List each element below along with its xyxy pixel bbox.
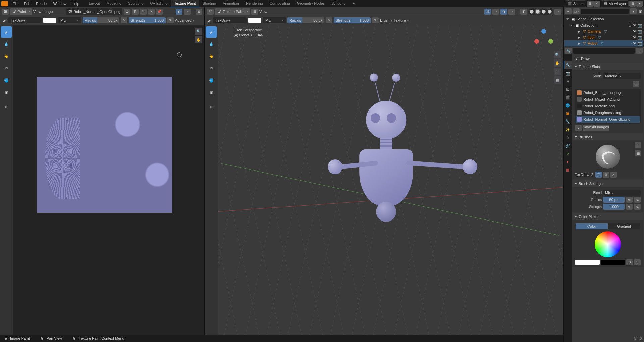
strength-slider[interactable]: Strength 1.000 — [334, 17, 371, 23]
menu-edit[interactable]: Edit — [21, 0, 33, 7]
radius-pressure-icon[interactable]: ✎ — [326, 17, 332, 23]
radius-slider[interactable]: Radius 50 px — [83, 17, 119, 23]
fake-user-icon[interactable]: 🗄 — [132, 9, 139, 15]
ptab-texture[interactable]: ▦ — [564, 166, 572, 174]
brush-texture-icon[interactable]: ▦ — [635, 150, 641, 156]
tool-smear[interactable]: 👆 — [1, 50, 12, 62]
radius-input[interactable]: 50 px — [603, 197, 625, 203]
ptab-tool[interactable]: 🔧 — [564, 61, 572, 69]
image-name-field[interactable]: 🖼Robot_Normal_OpenGL.png — [66, 8, 122, 15]
scene-close-icon[interactable]: ✕ — [593, 1, 600, 7]
ptab-constraints[interactable]: 🔗 — [564, 142, 572, 150]
radius-slider[interactable]: Radius 50 px — [287, 17, 324, 23]
tab-layout[interactable]: Layout — [86, 0, 103, 7]
tab-modeling[interactable]: Modeling — [103, 0, 125, 7]
blend-mode-dropdown[interactable]: Mix — [263, 17, 286, 23]
checkbox-icon[interactable]: ☑ — [628, 23, 632, 28]
brush-color-swatch[interactable] — [248, 18, 261, 23]
viewlayer-selector[interactable]: ▤ViewLayer — [601, 0, 629, 7]
scene-browse-icon[interactable]: ▦ — [587, 1, 593, 7]
strength-input[interactable]: 1.000 — [603, 204, 625, 210]
color-options-icon[interactable]: ⇅ — [634, 259, 641, 265]
tool-smear[interactable]: 👆 — [206, 50, 217, 62]
strength-pressure-icon[interactable]: ✎ — [167, 17, 174, 23]
shading-rendered-icon[interactable]: ⬤ — [547, 9, 553, 14]
viewlayer-browse-icon[interactable]: ▦ — [629, 1, 636, 7]
brush-color-swatch[interactable] — [43, 18, 56, 23]
gizmo-toggle[interactable]: ⚙ — [484, 9, 491, 15]
texture-slot[interactable]: Robot_Mixed_AO.png — [576, 96, 640, 103]
tool-draw[interactable]: 🖌 — [1, 26, 12, 38]
render-icon[interactable]: 📷 — [637, 23, 642, 28]
xray-toggle[interactable]: ◧ — [520, 9, 527, 15]
brush-preset-icon[interactable]: 🖌 — [207, 18, 212, 23]
ptab-viewlayer[interactable]: 🖼 — [564, 85, 572, 93]
brush-name-field[interactable]: TexDraw — [8, 17, 42, 23]
texture-slot[interactable]: Robot_Roughness.png — [576, 109, 640, 116]
overlays-options[interactable] — [508, 9, 515, 15]
mode-dropdown[interactable]: Material — [603, 73, 641, 79]
gizmo-options[interactable] — [492, 9, 499, 15]
menu-window[interactable]: Window — [51, 0, 69, 7]
uv-overlay-toggle[interactable]: ◐ — [176, 9, 182, 15]
tool-annotate[interactable]: ✏ — [1, 101, 12, 113]
shading-wireframe-icon[interactable]: ⬤ — [529, 9, 535, 14]
brush-preset-icon[interactable]: 🖌 — [2, 18, 7, 23]
ptab-material[interactable]: ● — [564, 158, 572, 166]
blender-logo-icon[interactable] — [1, 1, 8, 6]
menu-file[interactable]: File — [10, 0, 21, 7]
color-wheel[interactable] — [595, 231, 621, 257]
nav-gizmo[interactable] — [534, 29, 553, 48]
eye-icon[interactable]: 👁 — [633, 29, 636, 34]
tab-texture-paint[interactable]: Texture Paint — [171, 0, 199, 7]
ptab-data[interactable]: ▽ — [564, 150, 572, 158]
tool-clone[interactable]: ⧉ — [1, 62, 12, 74]
display-mode[interactable]: ▭ — [573, 8, 580, 14]
strength-pressure-icon[interactable]: ✎ — [626, 204, 633, 210]
tab-add-workspace[interactable]: + — [349, 0, 358, 7]
gizmo-toggle[interactable]: ⊕ — [196, 9, 202, 15]
uv-overlay-options[interactable] — [184, 9, 191, 15]
render-icon[interactable]: 📷 — [637, 29, 642, 34]
brush-preview[interactable] — [596, 145, 620, 169]
pivot-icon[interactable]: ▦ — [251, 9, 258, 15]
panel-brushes-header[interactable]: ▾Brushes — [572, 133, 643, 140]
eye-icon[interactable]: 👁 — [633, 41, 636, 46]
primary-color-swatch[interactable] — [575, 260, 600, 265]
image-menu[interactable]: Image — [43, 10, 53, 14]
tool-fill[interactable]: 🪣 — [206, 75, 217, 86]
strength-unit-icon[interactable]: ⇅ — [634, 204, 641, 210]
options-icon[interactable]: ⋮ — [636, 48, 643, 54]
strength-slider[interactable]: Strength 1.000 — [129, 17, 166, 23]
brush-name-field[interactable]: TexDraw — [213, 17, 247, 23]
tree-scene-collection[interactable]: ▣Scene Collection — [564, 16, 643, 22]
tree-item[interactable]: ▸▽floor▽👁📷 — [564, 34, 643, 40]
filter-icon[interactable]: ▼ — [630, 8, 637, 14]
shading-matprev-icon[interactable]: ⬤ — [541, 9, 547, 14]
editor-type-icon[interactable]: 🔧 — [565, 48, 572, 54]
new-image-icon[interactable]: ✎ — [140, 9, 147, 15]
view-menu[interactable]: View — [33, 10, 41, 14]
eye-icon[interactable]: 👁 — [633, 23, 636, 28]
tree-item[interactable]: ▸▽Camera▽👁📷 — [564, 28, 643, 34]
tab-shading[interactable]: Shading — [199, 0, 219, 7]
zoom-icon[interactable]: 🔍 — [554, 51, 561, 58]
save-all-images-button[interactable]: Save All Images — [583, 125, 609, 131]
ptab-scene[interactable]: 🎬 — [564, 93, 572, 101]
ptab-world[interactable]: 🌐 — [564, 101, 572, 109]
unlink-icon[interactable]: ✕ — [148, 9, 155, 15]
editor-type-icon[interactable]: ≡ — [565, 8, 572, 14]
view-menu[interactable]: View — [259, 10, 267, 14]
pan-icon[interactable]: ✋ — [554, 59, 561, 67]
tool-mask[interactable]: ▣ — [1, 87, 12, 98]
tab-sculpting[interactable]: Sculpting — [125, 0, 147, 7]
image-canvas[interactable]: 🔍 ✋ — [13, 25, 204, 342]
tree-item[interactable]: ▸▽Robot▽👁📷 — [564, 40, 643, 46]
render-icon[interactable]: 📷 — [637, 35, 642, 40]
texture-slot[interactable]: Robot_Metallic.png — [576, 103, 640, 109]
ptab-modifier[interactable]: 🔧 — [564, 117, 572, 126]
radius-pressure-icon[interactable]: ✎ — [626, 197, 633, 203]
tool-fill[interactable]: 🪣 — [1, 75, 12, 86]
tool-draw[interactable]: 🖌 — [206, 26, 217, 38]
tab-geometry-nodes[interactable]: Geometry Nodes — [293, 0, 328, 7]
